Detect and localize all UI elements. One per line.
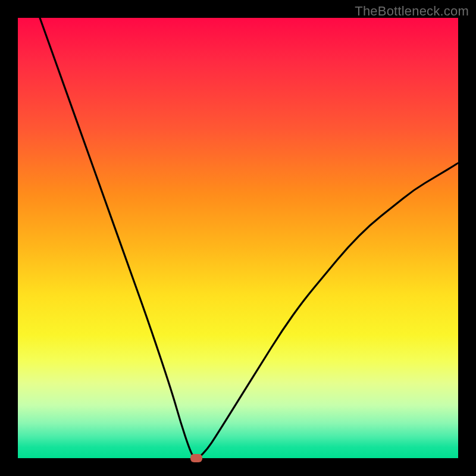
plot-area xyxy=(18,18,458,458)
minimum-marker xyxy=(190,454,202,462)
chart-frame: TheBottleneck.com xyxy=(0,0,476,476)
watermark-text: TheBottleneck.com xyxy=(355,4,469,19)
curve-layer xyxy=(18,18,458,458)
bottleneck-curve xyxy=(40,18,458,458)
